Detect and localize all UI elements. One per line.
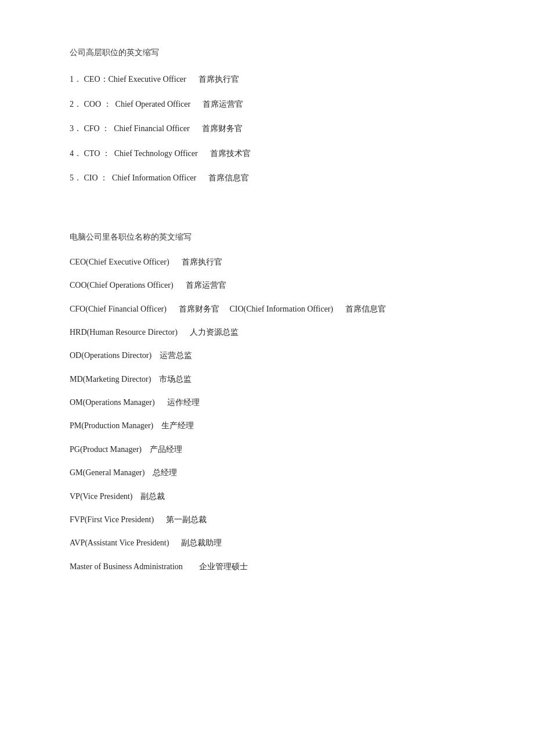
list-item: 2． COO ： Chief Operated Officer 首席运营官 xyxy=(70,98,464,111)
item-chinese: 首席技术官 xyxy=(210,149,251,158)
item-chinese: 副总裁助理 xyxy=(181,538,222,547)
item-text: OM(Operations Manager) xyxy=(70,398,155,407)
item-text: CEO(Chief Executive Officer) xyxy=(70,258,169,266)
section2-title: 电脑公司里各职位名称的英文缩写 xyxy=(70,231,464,244)
item-spacer xyxy=(156,421,160,430)
item-spacer xyxy=(168,305,176,313)
item-spacer3 xyxy=(335,305,344,313)
item-spacer xyxy=(135,492,139,501)
list-item: Master of Business Administration 企业管理硕士 xyxy=(70,560,464,573)
item-spacer xyxy=(199,173,207,182)
item-spacer xyxy=(175,281,183,290)
list-item: AVP(Assistant Vice President) 副总裁助理 xyxy=(70,537,464,549)
item-text2: CIO(Chief Information Officer) xyxy=(229,305,333,313)
item-number: 4． xyxy=(70,149,82,158)
item-text: HRD(Human Resource Director) xyxy=(70,328,178,337)
item-spacer xyxy=(192,124,200,133)
item-spacer xyxy=(193,100,201,108)
item-spacer2 xyxy=(221,305,228,313)
item-number: 1． xyxy=(70,75,82,84)
list-item: CFO(Chief Financial Officer) 首席财务官 CIO(C… xyxy=(70,303,464,316)
item-chinese: 首席执行官 xyxy=(182,258,222,266)
list-item: 3． CFO ： Chief Financial Officer 首席财务官 xyxy=(70,122,464,135)
item-text: VP(Vice President) xyxy=(70,492,132,501)
list-item: 5． CIO ： Chief Information Officer 首席信息官 xyxy=(70,172,464,185)
item-chinese: 首席信息官 xyxy=(208,173,249,182)
list-item: MD(Marketing Director) 市场总监 xyxy=(70,373,464,386)
item-abbr: CIO ： Chief Information Officer xyxy=(84,173,197,182)
item-number: 2． xyxy=(70,100,82,108)
list-item: HRD(Human Resource Director) 人力资源总监 xyxy=(70,326,464,339)
item-chinese: 产品经理 xyxy=(150,445,182,454)
item-chinese: 首席财务官 xyxy=(202,124,243,133)
item-chinese: 运作经理 xyxy=(167,398,200,407)
item-chinese: 首席运营官 xyxy=(186,281,226,290)
item-text: AVP(Assistant Vice President) xyxy=(70,538,169,547)
item-text: FVP(First Vice President) xyxy=(70,515,154,524)
item-text: Master of Business Administration xyxy=(70,562,183,571)
item-chinese: 首席执行官 xyxy=(199,75,239,84)
item-spacer xyxy=(156,515,164,524)
item-spacer xyxy=(153,375,157,384)
item-chinese: 总经理 xyxy=(153,468,177,477)
item-abbr: COO ： Chief Operated Officer xyxy=(84,100,191,108)
item-spacer xyxy=(171,538,179,547)
item-number: 3． xyxy=(70,124,82,133)
list-item: PM(Production Manager) 生产经理 xyxy=(70,419,464,432)
item-text: MD(Marketing Director) xyxy=(70,375,151,384)
item-text: COO(Chief Operations Officer) xyxy=(70,281,174,290)
item-chinese-1: 首席财务官 xyxy=(179,305,219,313)
item-spacer xyxy=(185,562,197,571)
item-spacer xyxy=(147,468,151,477)
list-item: 4． CTO ： Chief Technology Officer 首席技术官 xyxy=(70,147,464,160)
item-abbr: CFO ： Chief Financial Officer xyxy=(84,124,190,133)
section1-title: 公司高层职位的英文缩写 xyxy=(70,46,464,59)
item-chinese: 第一副总裁 xyxy=(166,515,207,524)
item-chinese: 生产经理 xyxy=(161,421,194,430)
list-item: GM(General Manager) 总经理 xyxy=(70,466,464,479)
item-spacer xyxy=(157,398,165,407)
list-item: 1． CEO：Chief Executive Officer 首席执行官 xyxy=(70,73,464,86)
item-text: CFO(Chief Financial Officer) xyxy=(70,305,167,313)
item-spacer xyxy=(171,258,179,266)
item-abbr: CEO：Chief Executive Officer xyxy=(84,75,186,84)
item-chinese-2: 首席信息官 xyxy=(345,305,386,313)
item-spacer xyxy=(200,149,208,158)
item-text: PG(Product Manager) xyxy=(70,445,142,454)
list-item: OM(Operations Manager) 运作经理 xyxy=(70,396,464,409)
section2: 电脑公司里各职位名称的英文缩写 CEO(Chief Executive Offi… xyxy=(70,231,464,573)
item-number: 5． xyxy=(70,173,82,182)
item-chinese: 副总裁 xyxy=(140,492,165,501)
item-spacer xyxy=(188,75,196,84)
item-chinese: 人力资源总监 xyxy=(190,328,239,337)
list-item: CEO(Chief Executive Officer) 首席执行官 xyxy=(70,256,464,269)
list-item: PG(Product Manager) 产品经理 xyxy=(70,443,464,456)
item-spacer xyxy=(154,351,158,360)
list-item: VP(Vice President) 副总裁 xyxy=(70,490,464,503)
section1: 公司高层职位的英文缩写 1． CEO：Chief Executive Offic… xyxy=(70,46,464,185)
item-chinese: 企业管理硕士 xyxy=(199,562,248,571)
item-chinese: 运营总监 xyxy=(160,351,192,360)
item-spacer xyxy=(144,445,148,454)
item-chinese: 首席运营官 xyxy=(203,100,243,108)
item-text: PM(Production Manager) xyxy=(70,421,153,430)
list-item: OD(Operations Director) 运营总监 xyxy=(70,349,464,362)
item-spacer xyxy=(179,328,187,337)
item-abbr: CTO ： Chief Technology Officer xyxy=(84,149,198,158)
list-item: COO(Chief Operations Officer) 首席运营官 xyxy=(70,279,464,292)
list-item: FVP(First Vice President) 第一副总裁 xyxy=(70,513,464,526)
item-text: OD(Operations Director) xyxy=(70,351,151,360)
item-chinese: 市场总监 xyxy=(159,375,192,384)
item-text: GM(General Manager) xyxy=(70,468,145,477)
